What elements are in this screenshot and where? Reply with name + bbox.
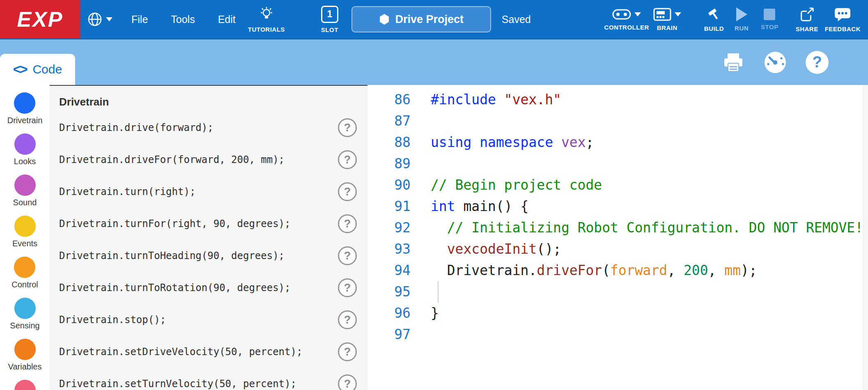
tutorials-button[interactable]: TUTORIALS — [248, 0, 285, 39]
category-label: Sensing — [10, 321, 39, 330]
command-help-button[interactable]: ? — [338, 342, 357, 361]
category-circle[interactable] — [14, 174, 36, 196]
command-row[interactable]: Drivetrain.setDriveVelocity(50, percent)… — [59, 336, 367, 368]
code-line: 92 // Initializing Robot Configuration. … — [367, 217, 868, 239]
code-content[interactable]: // Begin project code — [411, 174, 602, 196]
command-help-button[interactable]: ? — [338, 246, 357, 265]
globe-icon — [87, 11, 103, 27]
line-number: 97 — [367, 324, 411, 345]
main-content: DrivetrainLooksSoundEventsControlSensing… — [0, 85, 868, 390]
command-row[interactable]: Drivetrain.setTurnVelocity(50, percent);… — [59, 368, 367, 390]
tutorials-label: TUTORIALS — [248, 26, 285, 33]
code-content[interactable] — [411, 110, 431, 132]
command-help-button[interactable]: ? — [338, 374, 357, 390]
category-circle[interactable] — [14, 92, 35, 114]
share-icon — [799, 7, 815, 22]
category-circle[interactable] — [14, 133, 36, 155]
code-content[interactable]: Drivetrain.driveFor(forward, 200, mm); — [411, 260, 757, 281]
share-button[interactable]: SHARE — [796, 0, 818, 39]
line-number: 95 — [367, 281, 411, 303]
help-button[interactable]: ? — [804, 49, 831, 76]
sidebar-item-events[interactable]: Events — [12, 216, 37, 248]
controller-button[interactable]: CONTROLLER — [604, 0, 649, 39]
hexagon-icon — [379, 14, 390, 25]
brain-button[interactable]: BRAIN — [653, 0, 681, 39]
category-circle[interactable] — [14, 339, 36, 360]
command-help-button[interactable]: ? — [338, 310, 357, 329]
line-number: 96 — [367, 303, 411, 324]
tab-code[interactable]: <> Code — [0, 54, 75, 85]
code-content[interactable]: } — [411, 303, 439, 324]
project-name-button[interactable]: Drive Project — [351, 6, 491, 32]
command-help-button[interactable]: ? — [338, 182, 357, 201]
code-line: 89 — [367, 153, 868, 174]
menu-file[interactable]: File — [131, 14, 148, 25]
chevron-down-icon — [675, 12, 681, 16]
sidebar-item-sensing[interactable]: Sensing — [10, 298, 39, 330]
command-help-button[interactable]: ? — [338, 214, 357, 233]
top-menu-bar: EXP File Tools Edit TUTORIALS 1 SLOT — [0, 0, 868, 39]
code-line: 90// Begin project code — [367, 174, 868, 196]
sidebar-item-sound[interactable]: Sound — [13, 174, 37, 207]
sidebar-item-control[interactable]: Control — [11, 257, 38, 289]
command-row[interactable]: Drivetrain.turnToHeading(90, degrees);? — [59, 240, 367, 272]
line-number: 88 — [367, 132, 411, 153]
category-circle[interactable] — [14, 298, 36, 319]
language-button[interactable] — [87, 11, 113, 27]
category-label: Sound — [13, 198, 37, 207]
command-text: Drivetrain.setTurnVelocity(50, percent); — [59, 378, 296, 390]
code-content[interactable] — [411, 324, 431, 345]
command-row[interactable]: Drivetrain.drive(forward);? — [59, 112, 367, 144]
code-editor[interactable]: 86#include "vex.h"8788using namespace ve… — [367, 85, 868, 390]
toolbar-actions: ? — [720, 49, 831, 76]
code-line: 87 — [367, 110, 868, 132]
category-label: Drivetrain — [7, 116, 43, 125]
command-help-button[interactable]: ? — [338, 118, 357, 137]
build-button[interactable]: BUILD — [704, 0, 724, 39]
code-content[interactable]: int main() { — [411, 196, 528, 217]
dashboard-button[interactable] — [762, 49, 789, 76]
command-text: Drivetrain.turnToRotation(90, degrees); — [59, 282, 291, 294]
code-tab-label: Code — [32, 62, 62, 76]
play-icon — [736, 7, 747, 21]
code-content[interactable] — [411, 281, 431, 303]
menu-edit[interactable]: Edit — [218, 14, 236, 25]
feedback-button[interactable]: FEEDBACK — [825, 0, 861, 39]
line-number: 93 — [367, 239, 411, 260]
secondary-toolbar: <> Code ? — [0, 39, 868, 85]
command-row[interactable]: Drivetrain.turnToRotation(90, degrees);? — [59, 272, 367, 304]
brain-label: BRAIN — [657, 24, 677, 31]
category-circle[interactable] — [14, 257, 35, 278]
code-content[interactable]: #include "vex.h" — [411, 89, 561, 110]
save-status: Saved — [502, 14, 531, 25]
slot-label: SLOT — [321, 26, 338, 33]
command-text: Drivetrain.setDriveVelocity(50, percent)… — [59, 346, 302, 358]
run-button[interactable]: RUN — [735, 0, 749, 39]
category-circle[interactable] — [14, 216, 36, 237]
slot-number: 1 — [327, 9, 332, 20]
command-row[interactable]: Drivetrain.turn(right);? — [59, 176, 367, 208]
sidebar-item-looks[interactable]: Looks — [14, 133, 36, 166]
command-row[interactable]: Drivetrain.driveFor(forward, 200, mm);? — [59, 144, 367, 176]
code-content[interactable]: vexcodeInit(); — [411, 239, 561, 260]
code-content[interactable] — [411, 153, 431, 174]
command-row[interactable]: Drivetrain.turnFor(right, 90, degrees);? — [59, 208, 367, 240]
printer-icon — [722, 52, 745, 73]
code-brackets-icon: <> — [13, 62, 28, 77]
slot-button[interactable]: 1 SLOT — [321, 0, 338, 39]
line-number: 92 — [367, 217, 411, 239]
sidebar-item-variables[interactable]: Variables — [8, 339, 42, 372]
command-help-button[interactable]: ? — [338, 150, 357, 169]
editor-scrollbar[interactable] — [863, 85, 868, 390]
sidebar-item-partial-7[interactable] — [14, 380, 36, 390]
code-line: 93 vexcodeInit(); — [367, 239, 868, 260]
code-content[interactable]: using namespace vex; — [411, 132, 594, 153]
command-row[interactable]: Drivetrain.stop();? — [59, 304, 367, 336]
menu-tools[interactable]: Tools — [171, 14, 195, 25]
sidebar-item-drivetrain[interactable]: Drivetrain — [7, 92, 43, 125]
command-help-button[interactable]: ? — [338, 278, 357, 297]
print-console-button[interactable] — [720, 49, 747, 76]
code-content[interactable]: // Initializing Robot Configuration. DO … — [411, 217, 863, 239]
category-circle[interactable] — [14, 380, 36, 390]
stop-button[interactable]: STOP — [761, 0, 778, 39]
